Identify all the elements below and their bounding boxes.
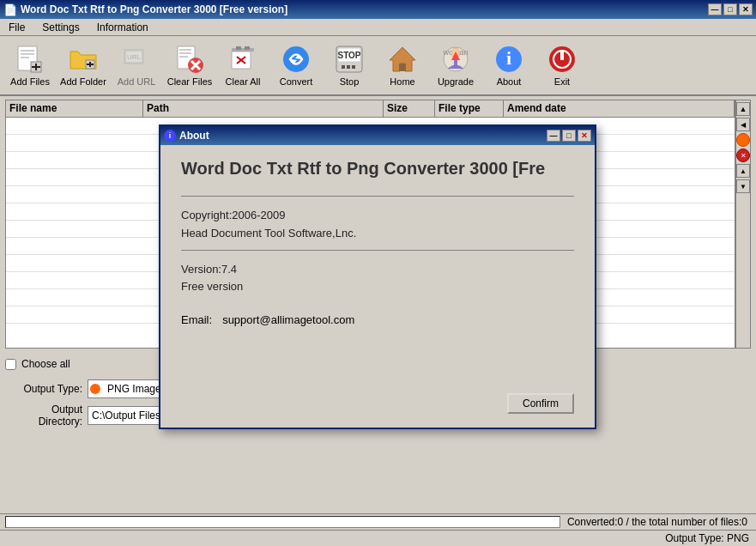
dialog-title-icon: i [164,130,176,142]
dialog-body: Word Doc Txt Rtf to Png Converter 3000 [… [160,145,595,428]
email-value: support@allimagetool.com [222,313,354,326]
company-text: Head Document Tool Software,Lnc. [181,225,574,243]
email-label: Email: [181,313,212,326]
dialog-close-button[interactable]: ✕ [578,130,591,142]
dialog-title-text: About [179,130,209,142]
dialog-restore-button[interactable]: □ [562,130,576,142]
about-dialog: i About — □ ✕ Word Doc Txt Rtf to Png Co… [159,124,596,429]
dialog-info: Copyright:2006-2009 Head Document Tool S… [181,207,574,243]
edition-text: Free version [181,278,574,296]
version-text: Version:7.4 [181,261,574,279]
dialog-version-info: Version:7.4 Free version [181,261,574,297]
dialog-divider-1 [181,196,574,197]
dialog-overlay: i About — □ ✕ Word Doc Txt Rtf to Png Co… [0,0,756,546]
dialog-app-title: Word Doc Txt Rtf to Png Converter 3000 [… [181,159,574,179]
dialog-title-bar: i About — □ ✕ [160,126,595,145]
confirm-button[interactable]: Confirm [507,393,574,414]
dialog-divider-2 [181,250,574,251]
dialog-minimize-button[interactable]: — [547,130,560,142]
dialog-controls: — □ ✕ [547,130,591,142]
dialog-title-left: i About [164,130,209,142]
copyright-text: Copyright:2006-2009 [181,207,574,225]
dialog-email-row: Email: support@allimagetool.com [181,313,574,326]
